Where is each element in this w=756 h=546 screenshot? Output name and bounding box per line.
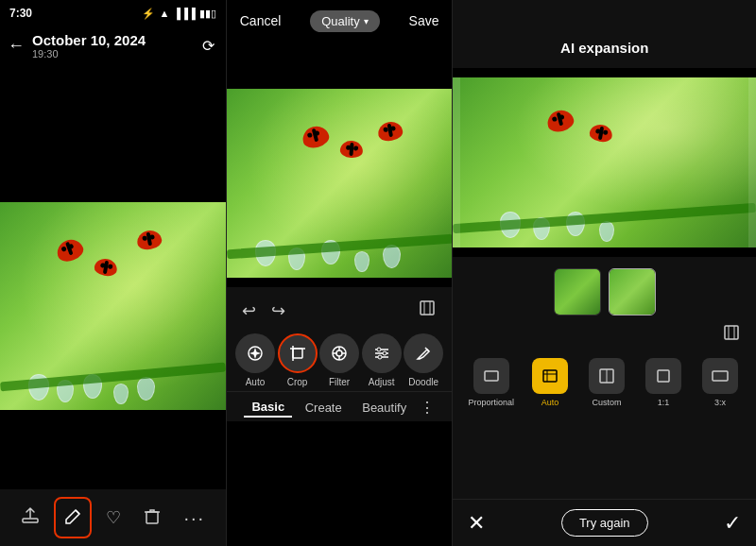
undo-redo-row: ↩ ↪: [227, 295, 453, 330]
adjust-tool-label: Adjust: [369, 377, 395, 387]
redo-button[interactable]: ↪: [271, 300, 285, 321]
ai-expansion-image: [453, 68, 756, 257]
gallery-toolbar: ♡ ···: [0, 489, 226, 546]
auto-tool-label: Auto: [246, 377, 266, 387]
filter-tool-label: Filter: [329, 377, 350, 387]
adjust-tool[interactable]: Adjust: [362, 333, 402, 387]
ladybug-e1: [300, 124, 331, 150]
heart-button[interactable]: ♡: [98, 500, 129, 536]
drop-e5: [383, 245, 401, 268]
panel-ai-expansion: 7:30 ▐▐▐ AI expansion: [453, 0, 756, 546]
gallery-title: October 10, 2024: [32, 32, 195, 48]
filter-tool[interactable]: Filter: [319, 333, 359, 387]
filter-tool-icon: [319, 333, 359, 373]
1-1-option[interactable]: 1:1: [635, 354, 692, 411]
auto-option[interactable]: Auto: [522, 354, 578, 411]
ai-expansion-header: AI expansion: [453, 26, 756, 68]
doodle-tool-label: Doodle: [408, 377, 438, 387]
panel-gallery: 7:30 ⚡ ▲ ▐▐▐ ▮▮▯ ← October 10, 2024 19:3…: [0, 0, 227, 546]
auto-option-icon: [532, 358, 568, 394]
thumbnail-1-img: [555, 269, 600, 315]
svg-point-8: [383, 351, 387, 355]
proportional-icon: [473, 358, 509, 394]
beautify-tab[interactable]: Beautify: [354, 399, 414, 417]
confirm-button[interactable]: ✓: [724, 511, 741, 536]
editor-tabs-row: Basic Create Beautify ⋮: [227, 391, 453, 421]
gallery-subtitle: 19:30: [32, 48, 195, 60]
basic-tab[interactable]: Basic: [244, 398, 292, 418]
gallery-image-area: [0, 65, 226, 489]
p3-aspect-row: [453, 323, 756, 350]
svg-rect-2: [421, 301, 434, 315]
proportional-option[interactable]: Proportional: [460, 354, 522, 411]
thumbnail-1[interactable]: [554, 268, 601, 316]
more-tabs-icon[interactable]: ⋮: [420, 399, 435, 417]
svg-rect-12: [543, 370, 557, 382]
custom-icon: [589, 358, 625, 394]
1-1-label: 1:1: [658, 398, 670, 407]
crop-tool[interactable]: Crop: [278, 333, 318, 387]
3x-label: 3:x: [714, 398, 726, 407]
custom-option[interactable]: Custom: [578, 354, 635, 411]
ladybug-3: [135, 228, 163, 250]
editor-image-area: [227, 42, 453, 287]
3x-icon: [702, 358, 738, 394]
thumbnail-2[interactable]: [609, 268, 656, 316]
photo-ladybug-2: [227, 89, 453, 278]
status-time-1: 7:30: [9, 7, 32, 20]
undo-redo-icons: ↩ ↪: [242, 300, 285, 321]
quality-chevron-icon: ▾: [364, 16, 369, 26]
drop-4: [113, 384, 129, 404]
battery-icon: ▮▮▯: [199, 8, 216, 20]
cancel-button[interactable]: Cancel: [240, 13, 282, 28]
auto-tool[interactable]: Auto: [235, 333, 275, 387]
photo-ladybug-1: [0, 202, 226, 410]
edit-button[interactable]: [54, 497, 92, 538]
create-tab[interactable]: Create: [298, 399, 350, 417]
aspect-ratio-icon[interactable]: [418, 299, 437, 322]
ai-expansion-bottom: ✕ Try again ✓: [453, 499, 756, 546]
crop-tool-icon: [278, 333, 318, 373]
status-bar-1: 7:30 ⚡ ▲ ▐▐▐ ▮▮▯: [0, 0, 226, 26]
1-1-icon: [645, 358, 681, 394]
adjust-tool-icon: [362, 333, 402, 373]
status-icons-1: ⚡ ▲ ▐▐▐ ▮▮▯: [142, 8, 215, 20]
3x-option[interactable]: 3:x: [692, 354, 748, 411]
svg-point-6: [336, 350, 342, 356]
back-button[interactable]: ←: [8, 36, 25, 56]
auto-option-label: Auto: [541, 398, 559, 407]
svg-rect-4: [293, 349, 302, 358]
crop-tool-label: Crop: [287, 377, 308, 387]
ladybug-e2: [339, 140, 363, 159]
try-again-button[interactable]: Try again: [561, 509, 648, 537]
more-button[interactable]: ···: [176, 500, 213, 537]
delete-button[interactable]: [135, 499, 169, 537]
svg-point-7: [377, 348, 381, 351]
drop-5: [137, 377, 155, 401]
svg-rect-11: [485, 371, 498, 381]
editor-header: Cancel Quality ▾ Save: [227, 0, 453, 42]
rotate-icon[interactable]: ⟳: [202, 37, 215, 55]
share-button[interactable]: [13, 499, 47, 537]
aspect-options-row: Proportional Auto Custom 1:1 3:x: [453, 350, 756, 415]
svg-rect-15: [713, 371, 728, 381]
drop-e4: [354, 251, 369, 272]
doodle-tool[interactable]: Doodle: [404, 333, 443, 387]
p3-aspect-icon[interactable]: [722, 323, 741, 347]
custom-option-label: Custom: [592, 398, 621, 407]
ai-thumbnails: [453, 257, 756, 323]
signal-icon: ▐▐▐: [173, 8, 195, 19]
wifi-icon: ▲: [159, 8, 169, 19]
svg-rect-0: [23, 519, 38, 522]
auto-tool-icon: [235, 333, 275, 373]
close-button[interactable]: ✕: [468, 511, 485, 536]
save-button[interactable]: Save: [409, 13, 439, 28]
photo-ladybug-3: [453, 77, 756, 247]
quality-button[interactable]: Quality ▾: [310, 10, 379, 32]
undo-button[interactable]: ↩: [242, 300, 256, 321]
svg-rect-1: [146, 512, 158, 523]
svg-rect-14: [658, 370, 669, 382]
thumbnail-2-img: [610, 269, 655, 315]
editor-controls: ↩ ↪ Auto Crop: [227, 287, 453, 421]
svg-rect-10: [725, 326, 738, 339]
